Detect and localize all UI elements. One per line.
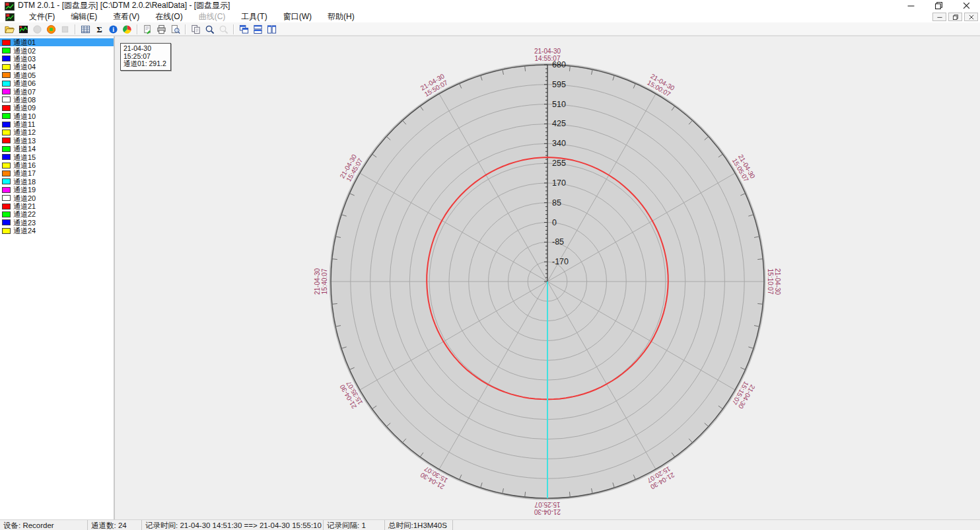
menu-item-curve: 曲线(C): [191, 11, 234, 22]
channel-item-14[interactable]: 通道14: [0, 145, 114, 153]
time-label: 21-04-3015:10:07: [767, 268, 781, 295]
toolbar-cascade-windows-button[interactable]: [237, 24, 251, 35]
toolbar-separator: [233, 24, 234, 34]
channel-color-swatch: [2, 64, 11, 70]
toolbar-realtime-curve-button[interactable]: [17, 24, 30, 35]
toolbar-print-button[interactable]: [155, 24, 168, 35]
sigma-icon: Σ: [94, 24, 104, 34]
mdi-close-button[interactable]: [964, 13, 978, 21]
channel-item-13[interactable]: 通道13: [0, 137, 114, 145]
channel-label: 通道15: [13, 153, 36, 161]
channel-item-12[interactable]: 通道12: [0, 128, 114, 136]
channel-color-swatch: [2, 163, 11, 169]
channel-item-16[interactable]: 通道16: [0, 161, 114, 169]
status-record-time: 记录时间: 21-04-30 14:51:30 ==> 21-04-30 15:…: [142, 520, 324, 530]
close-button[interactable]: [952, 0, 980, 11]
minimize-button[interactable]: [897, 0, 925, 11]
toolbar-separator: [75, 24, 76, 34]
channel-item-2[interactable]: 通道02: [0, 46, 114, 54]
toolbar-pie-chart-button[interactable]: [120, 24, 134, 35]
status-device: 设备: Recorder: [0, 520, 88, 530]
channel-item-24[interactable]: 通道24: [0, 227, 114, 235]
record-gray-icon: [32, 24, 42, 34]
channel-item-17[interactable]: 通道17: [0, 169, 114, 177]
menu-item-view[interactable]: 查看(V): [105, 11, 147, 22]
channel-item-4[interactable]: 通道04: [0, 63, 114, 71]
mdi-document-icon: [5, 13, 15, 21]
channel-item-9[interactable]: 通道09: [0, 104, 114, 112]
svg-text:21-04-30: 21-04-30: [774, 268, 781, 295]
value-tick-label: 85: [552, 198, 561, 208]
record-active-icon: [46, 24, 56, 34]
channel-item-10[interactable]: 通道10: [0, 112, 114, 120]
main-area: 通道01通道02通道03通道04通道05通道06通道07通道08通道09通道10…: [0, 36, 980, 519]
menu-item-edit[interactable]: 编辑(E): [63, 11, 105, 22]
svg-text:15:25:07: 15:25:07: [534, 501, 560, 508]
menu-item-window[interactable]: 窗口(W): [275, 11, 320, 22]
restore-button[interactable]: [925, 0, 952, 11]
channel-label: 通道06: [13, 79, 36, 87]
tile-vertical-icon: [267, 24, 277, 34]
value-tick-label: 425: [552, 119, 566, 128]
value-tick-label: -85: [552, 237, 564, 246]
channel-color-swatch: [2, 72, 11, 78]
channel-item-7[interactable]: 通道07: [0, 87, 114, 95]
polar-chart[interactable]: 680595510425340255170850-85-17021-04-301…: [115, 36, 979, 519]
toolbar-zoom-in-button[interactable]: [203, 24, 217, 35]
menu-item-online[interactable]: 在线(O): [147, 11, 190, 22]
channel-color-swatch: [2, 178, 11, 184]
status-total-time: 总时间:1H3M40S: [385, 520, 453, 530]
channel-label: 通道09: [13, 104, 36, 112]
toolbar-print-preview-button[interactable]: [168, 24, 182, 35]
channel-item-5[interactable]: 通道05: [0, 71, 114, 79]
mdi-restore-button[interactable]: [948, 13, 962, 21]
toolbar-tile-vertical-button[interactable]: [265, 24, 279, 35]
channel-item-18[interactable]: 通道18: [0, 178, 114, 186]
channel-item-11[interactable]: 通道11: [0, 120, 114, 128]
toolbar-tile-horizontal-button[interactable]: [251, 24, 265, 35]
time-label: 21-04-3015:25:07: [534, 501, 561, 515]
channel-color-swatch: [2, 130, 11, 135]
channel-item-22[interactable]: 通道22: [0, 210, 114, 218]
value-tick-label: 595: [552, 80, 566, 89]
pie-chart-icon: [122, 24, 132, 34]
channel-color-swatch: [2, 113, 11, 119]
channel-item-8[interactable]: 通道08: [0, 96, 114, 104]
mdi-minimize-button[interactable]: [932, 13, 946, 21]
title-bar: DTM 2.0.1 - [圆盘显示] [C:\DTM 2.0.2\RealDat…: [0, 0, 980, 11]
toolbar-export-report-button[interactable]: [141, 24, 155, 35]
value-tooltip: 21-04-30 15:25:07 通道01: 291.2: [120, 43, 171, 71]
status-spare: [453, 520, 980, 530]
channel-item-23[interactable]: 通道23: [0, 219, 114, 227]
channel-item-19[interactable]: 通道19: [0, 186, 114, 194]
channel-item-15[interactable]: 通道15: [0, 153, 114, 161]
menu-item-file[interactable]: 文件(F): [21, 11, 63, 22]
channel-color-swatch: [2, 40, 11, 46]
value-tick-label: 170: [552, 178, 566, 188]
toolbar-copy-button[interactable]: [189, 24, 203, 35]
value-tick-label: 0: [552, 218, 557, 227]
channel-color-swatch: [2, 204, 11, 209]
channel-item-3[interactable]: 通道03: [0, 55, 114, 63]
channel-label: 通道16: [13, 161, 36, 169]
toolbar-sigma-button[interactable]: Σ: [92, 24, 106, 35]
toolbar-stop-gray-button: [58, 24, 72, 35]
toolbar-info-button[interactable]: i: [106, 24, 120, 35]
toolbar-open-file-button[interactable]: [3, 24, 17, 35]
print-preview-icon: [170, 24, 180, 34]
chart-area: 680595510425340255170850-85-17021-04-301…: [115, 36, 980, 519]
channel-label: 通道21: [13, 202, 36, 210]
channel-item-20[interactable]: 通道20: [0, 194, 114, 202]
toolbar-record-active-button[interactable]: [44, 24, 58, 35]
channel-item-6[interactable]: 通道06: [0, 79, 114, 87]
channel-item-1[interactable]: 通道01: [0, 38, 114, 46]
status-bar: 设备: Recorder通道数: 24记录时间: 21-04-30 14:51:…: [0, 519, 980, 530]
value-tick-label: 510: [552, 100, 566, 109]
menu-item-tools[interactable]: 工具(T): [233, 11, 275, 22]
channel-color-swatch: [2, 211, 11, 217]
data-table-icon: [81, 24, 90, 34]
toolbar-data-table-button[interactable]: [79, 24, 92, 35]
menu-item-help[interactable]: 帮助(H): [320, 11, 363, 22]
channel-item-21[interactable]: 通道21: [0, 202, 114, 210]
channel-color-swatch: [2, 81, 11, 87]
